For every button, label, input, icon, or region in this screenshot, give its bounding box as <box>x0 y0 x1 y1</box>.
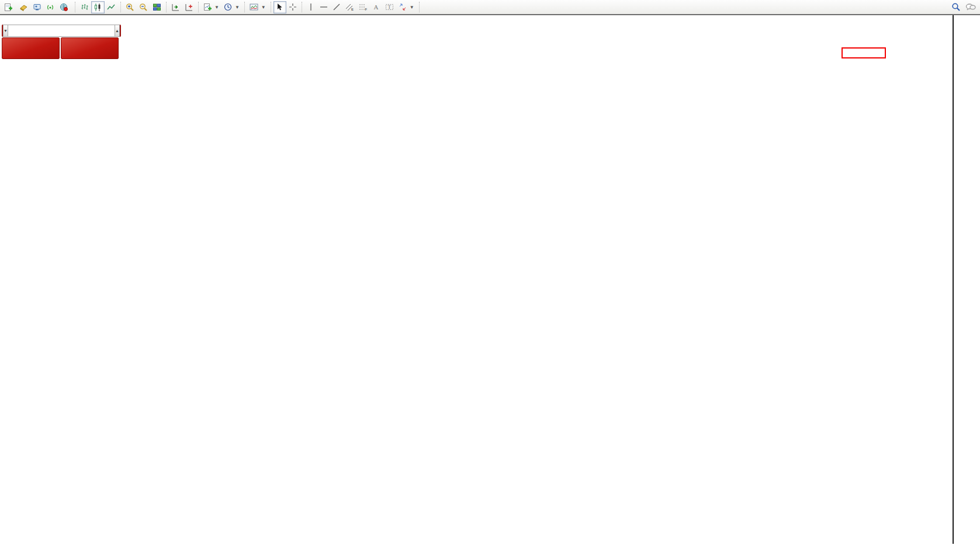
toolbar-separator <box>302 2 302 12</box>
signals-icon <box>46 3 55 12</box>
toolbar-separator <box>166 2 167 12</box>
indicators-button[interactable]: ▼ <box>247 1 268 13</box>
arrows-icon <box>399 3 407 11</box>
publisher-button[interactable] <box>30 1 44 13</box>
toolbar-separator <box>271 2 271 12</box>
chart-canvas[interactable] <box>0 0 980 552</box>
new-chart-icon <box>203 3 212 12</box>
toolbar-right-group <box>949 1 978 13</box>
one-click-trading-panel: ▼ ▲ <box>2 25 119 59</box>
history-book-icon <box>19 3 28 12</box>
toolbar-separator <box>75 2 75 12</box>
horizontal-line-tool-button[interactable] <box>317 1 330 13</box>
svg-text:A: A <box>374 4 379 11</box>
publisher-icon <box>33 3 41 12</box>
svg-text:E: E <box>351 8 354 11</box>
line-chart-icon <box>107 3 116 12</box>
line-chart-button[interactable] <box>105 1 118 13</box>
search-icon <box>951 2 961 12</box>
cursor-icon <box>276 3 283 11</box>
auto-trading-button[interactable] <box>57 1 72 13</box>
toolbar: ▼ ▼ ▼ E F <box>0 0 980 15</box>
chart-shift-button[interactable] <box>182 1 196 13</box>
tile-windows-icon <box>153 3 161 12</box>
periods-button[interactable]: ▼ <box>221 1 242 13</box>
svg-text:F: F <box>365 8 367 11</box>
candlestick-chart-button[interactable] <box>91 1 105 13</box>
cursor-tool-button[interactable] <box>273 1 286 13</box>
bar-chart-button[interactable] <box>78 1 91 13</box>
zoom-out-button[interactable] <box>137 1 150 13</box>
text-icon: A <box>372 3 380 11</box>
volume-increase-button[interactable]: ▲ <box>115 25 120 37</box>
trade-panel-prices <box>2 37 119 59</box>
zoom-in-icon <box>126 3 134 12</box>
chat-button[interactable] <box>963 1 978 13</box>
dropdown-caret-icon: ▼ <box>235 5 240 10</box>
volume-input[interactable] <box>8 25 115 37</box>
toolbar-separator <box>419 2 420 12</box>
trend-line-tool-button[interactable] <box>330 1 343 13</box>
chat-icon <box>965 2 976 12</box>
text-label-icon: T <box>385 3 394 11</box>
text-label-tool-button[interactable]: T <box>383 1 396 13</box>
zoom-out-icon <box>139 3 148 12</box>
price-tag-label[interactable] <box>842 47 886 58</box>
tile-windows-button[interactable] <box>150 1 164 13</box>
dropdown-caret-icon: ▼ <box>214 5 219 10</box>
dropdown-caret-icon: ▼ <box>410 5 414 10</box>
indicators-icon <box>250 3 259 12</box>
signals-button[interactable] <box>44 1 57 13</box>
trend-line-icon <box>333 3 341 11</box>
new-chart-button[interactable]: ▼ <box>201 1 221 13</box>
history-center-button[interactable] <box>17 1 30 13</box>
auto-scroll-icon <box>171 3 180 12</box>
auto-trading-icon <box>60 3 68 12</box>
buy-button[interactable] <box>120 25 121 37</box>
terminal-window: ▼ ▼ ▼ E F <box>0 0 980 552</box>
toolbar-separator <box>120 2 121 12</box>
crosshair-icon <box>289 3 297 11</box>
toolbar-separator <box>244 2 245 12</box>
bar-chart-icon <box>80 3 89 12</box>
chart-title <box>4 16 8 24</box>
price-axis[interactable] <box>953 15 980 544</box>
buy-price-button[interactable] <box>61 37 119 59</box>
toolbar-separator <box>198 2 199 12</box>
fibonacci-icon: F <box>359 3 368 11</box>
clock-icon <box>224 3 233 12</box>
chart-shift-icon <box>185 3 193 12</box>
dropdown-caret-icon: ▼ <box>261 5 266 10</box>
fibonacci-tool-button[interactable]: F <box>356 1 370 13</box>
vertical-line-icon <box>307 3 314 11</box>
text-tool-button[interactable]: A <box>370 1 383 13</box>
equidistant-channel-icon: E <box>345 3 354 11</box>
zoom-in-button[interactable] <box>123 1 137 13</box>
new-order-icon <box>4 3 13 12</box>
svg-text:T: T <box>387 4 391 10</box>
volume-decrease-button[interactable]: ▼ <box>3 25 8 37</box>
arrows-tool-button[interactable]: ▼ <box>396 1 417 13</box>
horizontal-line-icon <box>320 3 328 11</box>
equidistant-channel-tool-button[interactable]: E <box>343 1 356 13</box>
trade-panel-controls: ▼ ▲ <box>2 25 119 37</box>
candlestick-chart-icon <box>94 3 102 12</box>
search-button[interactable] <box>949 1 963 13</box>
crosshair-tool-button[interactable] <box>286 1 299 13</box>
auto-scroll-button[interactable] <box>169 1 182 13</box>
sell-price-button[interactable] <box>2 37 60 59</box>
vertical-line-tool-button[interactable] <box>304 1 317 13</box>
new-order-button[interactable] <box>2 1 17 13</box>
